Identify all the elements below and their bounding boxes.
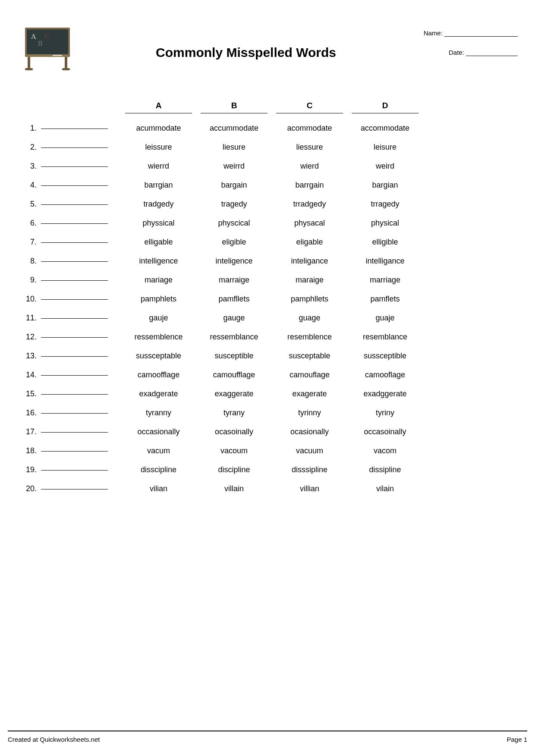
question-row: 10.pamphletspamflletspamphlletspamflets xyxy=(17,289,518,308)
answer-blank-line[interactable] xyxy=(41,280,108,281)
answer-cell xyxy=(41,427,121,436)
date-blank-line[interactable] xyxy=(466,56,518,56)
answer-blank-line[interactable] xyxy=(41,147,108,148)
question-row: 18.vacumvacoumvacuumvacom xyxy=(17,441,518,460)
option-cell: pamflets xyxy=(352,295,419,304)
option-cell: villian xyxy=(276,484,343,493)
answer-blank-line[interactable] xyxy=(41,261,108,262)
svg-rect-6 xyxy=(53,55,62,56)
option-cell: accummodate xyxy=(201,124,268,133)
answer-blank-line[interactable] xyxy=(41,356,108,357)
option-cell: disssipline xyxy=(276,465,343,474)
option-cell: exaggerate xyxy=(201,389,268,398)
option-cell: acommodate xyxy=(276,124,343,133)
answer-cell xyxy=(41,124,121,133)
question-row: 2.leissureliesureliessureleisure xyxy=(17,138,518,157)
option-cell: mariage xyxy=(125,276,192,285)
option-cell: acummodate xyxy=(125,124,192,133)
column-header-row: A B C D xyxy=(17,101,518,113)
column-header-b: B xyxy=(201,101,268,113)
option-cell: ressemblence xyxy=(125,333,192,342)
option-cell: ocasoinally xyxy=(201,427,268,436)
answer-blank-line[interactable] xyxy=(41,299,108,300)
column-header-d: D xyxy=(352,101,419,113)
answer-blank-line[interactable] xyxy=(41,128,108,129)
answer-blank-line[interactable] xyxy=(41,318,108,319)
answer-blank-line[interactable] xyxy=(41,375,108,376)
option-cell: dissipline xyxy=(352,465,419,474)
option-cell: tragedy xyxy=(201,200,268,209)
question-row: 7.elligableeligibleeligableelligible xyxy=(17,232,518,251)
question-number: 5. xyxy=(17,200,41,209)
answer-blank-line[interactable] xyxy=(41,242,108,243)
answer-cell xyxy=(41,276,121,285)
answer-cell xyxy=(41,295,121,304)
question-number: 16. xyxy=(17,408,41,417)
name-field-row: Name: xyxy=(414,29,518,37)
question-number: 12. xyxy=(17,333,41,342)
header: A B C Commonly Misspelled Words Name: Da… xyxy=(17,22,518,75)
answer-blank-line[interactable] xyxy=(41,413,108,414)
option-cell: tyriny xyxy=(352,408,419,417)
answer-blank-line[interactable] xyxy=(41,185,108,186)
option-cell: elligible xyxy=(352,238,419,247)
question-row: 13.sussceptablesusceptiblesusceptablesus… xyxy=(17,346,518,365)
answer-blank-line[interactable] xyxy=(41,204,108,205)
svg-rect-10 xyxy=(62,68,70,70)
question-number: 9. xyxy=(17,276,41,285)
svg-text:A: A xyxy=(31,33,36,40)
option-cell: physacal xyxy=(276,219,343,228)
chalkboard-icon: A B C xyxy=(17,22,78,75)
answer-cell xyxy=(41,143,121,152)
option-cell: liessure xyxy=(276,143,343,152)
meta-fields: Name: Date: xyxy=(414,22,518,68)
answer-cell xyxy=(41,465,121,474)
option-cell: trragedy xyxy=(352,200,419,209)
option-cell: eligible xyxy=(201,238,268,247)
name-blank-line[interactable] xyxy=(444,36,518,37)
svg-text:B: B xyxy=(38,40,43,47)
svg-rect-8 xyxy=(65,57,67,70)
answer-cell xyxy=(41,181,121,190)
answer-blank-line[interactable] xyxy=(41,432,108,433)
option-cell: tradgedy xyxy=(125,200,192,209)
answer-blank-line[interactable] xyxy=(41,337,108,338)
answer-cell xyxy=(41,484,121,493)
answer-blank-line[interactable] xyxy=(41,470,108,471)
answer-blank-line[interactable] xyxy=(41,223,108,224)
page-title: Commonly Misspelled Words xyxy=(78,45,414,60)
option-cell: bargain xyxy=(201,181,268,190)
option-cell: accommodate xyxy=(352,124,419,133)
option-cell: tyrany xyxy=(201,408,268,417)
option-cell: susceptable xyxy=(276,351,343,361)
answer-cell xyxy=(41,408,121,417)
option-cell: trradgedy xyxy=(276,200,343,209)
question-row: 17.occasionallyocasoinallyocasionallyocc… xyxy=(17,422,518,441)
answer-cell xyxy=(41,446,121,455)
option-cell: vilain xyxy=(352,484,419,493)
question-row: 19.dissciplinedisciplinedisssiplinedissi… xyxy=(17,460,518,479)
answer-blank-line[interactable] xyxy=(41,489,108,489)
option-cell: pamphlets xyxy=(125,295,192,304)
option-cell: discipline xyxy=(201,465,268,474)
answer-cell xyxy=(41,219,121,228)
answer-blank-line[interactable] xyxy=(41,451,108,452)
option-cell: physcical xyxy=(201,219,268,228)
option-cell: resemblence xyxy=(276,333,343,342)
option-cell: bargian xyxy=(352,181,419,190)
option-cell: occasoinally xyxy=(352,427,419,436)
option-cell: ressemblance xyxy=(201,333,268,342)
option-cell: physical xyxy=(352,219,419,228)
option-cell: barrgian xyxy=(125,181,192,190)
question-row: 4.barrgianbargainbarrgainbargian xyxy=(17,176,518,194)
option-cell: gauge xyxy=(201,314,268,323)
answer-blank-line[interactable] xyxy=(41,166,108,167)
option-cell: exadgerate xyxy=(125,389,192,398)
option-cell: ocasionally xyxy=(276,427,343,436)
question-row: 6.physsicalphyscicalphysacalphysical xyxy=(17,213,518,232)
svg-rect-7 xyxy=(28,57,30,70)
footer-page-number: Page 1 xyxy=(507,736,527,743)
question-row: 9.mariagemarraigemaraigemarriage xyxy=(17,270,518,289)
option-cell: barrgain xyxy=(276,181,343,190)
answer-blank-line[interactable] xyxy=(41,394,108,395)
